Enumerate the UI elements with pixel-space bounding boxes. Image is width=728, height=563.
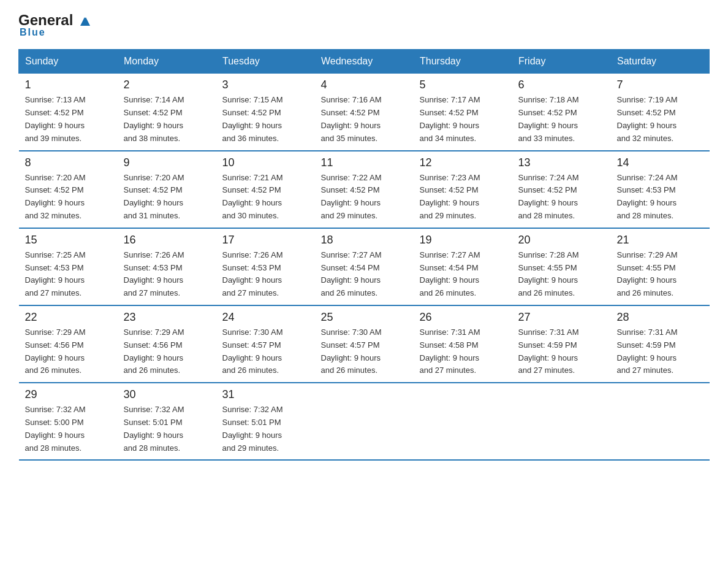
calendar-cell: 17Sunrise: 7:26 AMSunset: 4:53 PMDayligh…	[216, 228, 315, 305]
calendar-cell: 25Sunrise: 7:30 AMSunset: 4:57 PMDayligh…	[315, 305, 414, 383]
weekday-header: Friday	[512, 50, 611, 74]
day-info: Sunrise: 7:20 AMSunset: 4:52 PMDaylight:…	[124, 172, 210, 223]
day-number: 10	[222, 156, 309, 169]
day-info: Sunrise: 7:16 AMSunset: 4:52 PMDaylight:…	[321, 94, 408, 145]
calendar-cell: 12Sunrise: 7:23 AMSunset: 4:52 PMDayligh…	[414, 151, 512, 228]
weekday-header: Saturday	[611, 50, 710, 74]
day-info: Sunrise: 7:25 AMSunset: 4:53 PMDaylight:…	[25, 249, 112, 300]
day-number: 12	[420, 156, 506, 169]
logo-subtext: Blue	[20, 27, 46, 38]
calendar-cell: 14Sunrise: 7:24 AMSunset: 4:53 PMDayligh…	[611, 151, 710, 228]
calendar-cell: 31Sunrise: 7:32 AMSunset: 5:01 PMDayligh…	[216, 383, 315, 460]
calendar-cell: 22Sunrise: 7:29 AMSunset: 4:56 PMDayligh…	[19, 305, 118, 383]
calendar-cell: 21Sunrise: 7:29 AMSunset: 4:55 PMDayligh…	[611, 228, 710, 305]
day-info: Sunrise: 7:32 AMSunset: 5:00 PMDaylight:…	[25, 404, 112, 454]
calendar-cell: 7Sunrise: 7:19 AMSunset: 4:52 PMDaylight…	[611, 74, 710, 151]
day-number: 15	[25, 234, 112, 247]
day-number: 29	[25, 388, 112, 401]
day-info: Sunrise: 7:31 AMSunset: 4:58 PMDaylight:…	[420, 326, 506, 377]
day-info: Sunrise: 7:24 AMSunset: 4:53 PMDaylight:…	[617, 172, 703, 223]
calendar-cell: 13Sunrise: 7:24 AMSunset: 4:52 PMDayligh…	[512, 151, 611, 228]
day-info: Sunrise: 7:20 AMSunset: 4:52 PMDaylight:…	[25, 172, 112, 223]
calendar-cell: 23Sunrise: 7:29 AMSunset: 4:56 PMDayligh…	[118, 305, 216, 383]
day-info: Sunrise: 7:31 AMSunset: 4:59 PMDaylight:…	[617, 326, 703, 377]
day-number: 1	[25, 79, 112, 91]
calendar-cell: 10Sunrise: 7:21 AMSunset: 4:52 PMDayligh…	[216, 151, 315, 228]
day-info: Sunrise: 7:30 AMSunset: 4:57 PMDaylight:…	[222, 326, 309, 377]
weekday-header: Thursday	[414, 50, 512, 74]
day-number: 30	[124, 388, 210, 401]
calendar-cell	[611, 383, 710, 460]
day-number: 2	[124, 79, 210, 91]
day-number: 7	[617, 79, 703, 91]
calendar-cell	[414, 383, 512, 460]
day-number: 24	[222, 311, 309, 324]
day-info: Sunrise: 7:18 AMSunset: 4:52 PMDaylight:…	[518, 94, 605, 145]
day-info: Sunrise: 7:32 AMSunset: 5:01 PMDaylight:…	[124, 404, 210, 454]
logo: General	[18, 12, 91, 28]
day-number: 9	[124, 156, 210, 169]
day-info: Sunrise: 7:27 AMSunset: 4:54 PMDaylight:…	[420, 249, 506, 300]
calendar-cell: 15Sunrise: 7:25 AMSunset: 4:53 PMDayligh…	[19, 228, 118, 305]
calendar-cell: 27Sunrise: 7:31 AMSunset: 4:59 PMDayligh…	[512, 305, 611, 383]
day-number: 26	[420, 311, 506, 324]
day-info: Sunrise: 7:26 AMSunset: 4:53 PMDaylight:…	[222, 249, 309, 300]
calendar-cell: 16Sunrise: 7:26 AMSunset: 4:53 PMDayligh…	[118, 228, 216, 305]
logo-area: General Blue	[18, 12, 91, 38]
day-number: 23	[124, 311, 210, 324]
weekday-header: Sunday	[19, 50, 118, 74]
calendar-week-row: 29Sunrise: 7:32 AMSunset: 5:00 PMDayligh…	[19, 383, 710, 460]
calendar-week-row: 8Sunrise: 7:20 AMSunset: 4:52 PMDaylight…	[19, 151, 710, 228]
day-number: 13	[518, 156, 605, 169]
day-info: Sunrise: 7:19 AMSunset: 4:52 PMDaylight:…	[617, 94, 703, 145]
day-number: 14	[617, 156, 703, 169]
header: General Blue	[18, 12, 710, 38]
calendar-cell: 9Sunrise: 7:20 AMSunset: 4:52 PMDaylight…	[118, 151, 216, 228]
day-number: 20	[518, 234, 605, 247]
calendar-cell: 24Sunrise: 7:30 AMSunset: 4:57 PMDayligh…	[216, 305, 315, 383]
calendar-body: 1Sunrise: 7:13 AMSunset: 4:52 PMDaylight…	[19, 74, 710, 460]
calendar-cell: 2Sunrise: 7:14 AMSunset: 4:52 PMDaylight…	[118, 74, 216, 151]
calendar-cell: 26Sunrise: 7:31 AMSunset: 4:58 PMDayligh…	[414, 305, 512, 383]
day-info: Sunrise: 7:13 AMSunset: 4:52 PMDaylight:…	[25, 94, 112, 145]
calendar-table: SundayMondayTuesdayWednesdayThursdayFrid…	[18, 49, 710, 461]
day-info: Sunrise: 7:23 AMSunset: 4:52 PMDaylight:…	[420, 172, 506, 223]
calendar-cell: 20Sunrise: 7:28 AMSunset: 4:55 PMDayligh…	[512, 228, 611, 305]
day-info: Sunrise: 7:14 AMSunset: 4:52 PMDaylight:…	[124, 94, 210, 145]
calendar-cell: 8Sunrise: 7:20 AMSunset: 4:52 PMDaylight…	[19, 151, 118, 228]
calendar-cell: 3Sunrise: 7:15 AMSunset: 4:52 PMDaylight…	[216, 74, 315, 151]
calendar-week-row: 1Sunrise: 7:13 AMSunset: 4:52 PMDaylight…	[19, 74, 710, 151]
calendar-cell: 18Sunrise: 7:27 AMSunset: 4:54 PMDayligh…	[315, 228, 414, 305]
calendar-week-row: 15Sunrise: 7:25 AMSunset: 4:53 PMDayligh…	[19, 228, 710, 305]
day-number: 19	[420, 234, 506, 247]
day-number: 21	[617, 234, 703, 247]
calendar-cell: 11Sunrise: 7:22 AMSunset: 4:52 PMDayligh…	[315, 151, 414, 228]
day-info: Sunrise: 7:26 AMSunset: 4:53 PMDaylight:…	[124, 249, 210, 300]
day-number: 18	[321, 234, 408, 247]
day-number: 28	[617, 311, 703, 324]
day-info: Sunrise: 7:24 AMSunset: 4:52 PMDaylight:…	[518, 172, 605, 223]
day-number: 8	[25, 156, 112, 169]
day-info: Sunrise: 7:32 AMSunset: 5:01 PMDaylight:…	[222, 404, 309, 454]
day-number: 16	[124, 234, 210, 247]
day-info: Sunrise: 7:29 AMSunset: 4:56 PMDaylight:…	[25, 326, 112, 377]
calendar-cell: 29Sunrise: 7:32 AMSunset: 5:00 PMDayligh…	[19, 383, 118, 460]
day-number: 31	[222, 388, 309, 401]
calendar-week-row: 22Sunrise: 7:29 AMSunset: 4:56 PMDayligh…	[19, 305, 710, 383]
day-info: Sunrise: 7:15 AMSunset: 4:52 PMDaylight:…	[222, 94, 309, 145]
day-number: 25	[321, 311, 408, 324]
logo-icon	[78, 15, 91, 28]
day-info: Sunrise: 7:21 AMSunset: 4:52 PMDaylight:…	[222, 172, 309, 223]
day-info: Sunrise: 7:30 AMSunset: 4:57 PMDaylight:…	[321, 326, 408, 377]
day-number: 3	[222, 79, 309, 91]
day-info: Sunrise: 7:28 AMSunset: 4:55 PMDaylight:…	[518, 249, 605, 300]
calendar-cell	[512, 383, 611, 460]
weekday-header: Tuesday	[216, 50, 315, 74]
calendar-cell: 30Sunrise: 7:32 AMSunset: 5:01 PMDayligh…	[118, 383, 216, 460]
day-info: Sunrise: 7:31 AMSunset: 4:59 PMDaylight:…	[518, 326, 605, 377]
day-info: Sunrise: 7:22 AMSunset: 4:52 PMDaylight:…	[321, 172, 408, 223]
calendar-cell: 19Sunrise: 7:27 AMSunset: 4:54 PMDayligh…	[414, 228, 512, 305]
day-info: Sunrise: 7:29 AMSunset: 4:56 PMDaylight:…	[124, 326, 210, 377]
calendar-cell	[315, 383, 414, 460]
calendar-cell: 28Sunrise: 7:31 AMSunset: 4:59 PMDayligh…	[611, 305, 710, 383]
